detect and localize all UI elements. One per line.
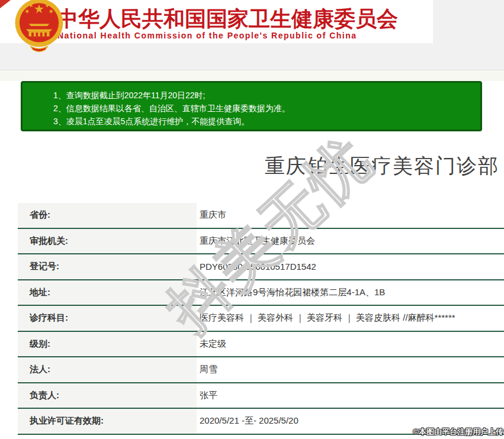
row-value: 医疗美容科 ｜ 美容外科 ｜ 美容牙科 ｜ 美容皮肤科 //麻醉科****** (197, 306, 504, 331)
row-label: 法人: (18, 357, 197, 382)
row-label: 负责人: (18, 383, 197, 408)
notice-box: 1、查询数据截止到2022年11月20日22时; 2、信息数据结果以各省、自治区… (21, 81, 482, 131)
notice-line: 1、查询数据截止到2022年11月20日22时; (53, 89, 474, 102)
notice-line: 2、信息数据结果以各省、自治区、直辖市卫生健康委数据为准。 (53, 102, 474, 115)
table-row: 诊疗科目: 医疗美容科 ｜ 美容外科 ｜ 美容牙科 ｜ 美容皮肤科 //麻醉科*… (18, 306, 504, 332)
row-label: 级别: (18, 332, 197, 357)
row-label: 地址: (18, 280, 197, 305)
row-label: 审批机关: (18, 229, 197, 254)
row-value: 张平 (197, 383, 504, 408)
china-national-emblem-icon (12, 0, 66, 54)
sub-strip (0, 71, 504, 81)
row-value: 周雪 (197, 357, 504, 382)
table-row: 审批机关: 重庆市江北区卫生健康委员会 (18, 229, 504, 255)
institution-info-table: 省份: 重庆市 审批机关: 重庆市江北区卫生健康委员会 登记号: PDY6028… (18, 203, 504, 435)
header-title-chinese: 中华人民共和国国家卫生健康委员会 (57, 5, 398, 34)
header-title-english: National Health Commission of the People… (57, 31, 357, 40)
row-label: 诊疗科目: (18, 306, 197, 331)
table-row: 登记号: PDY60280-350010517D1542 (18, 254, 504, 280)
row-label: 执业许可证有效期: (18, 409, 197, 434)
row-label: 登记号: (18, 254, 197, 279)
row-value: 未定级 (197, 332, 504, 357)
institution-name-title: 重庆铂生医疗美容门诊部 (265, 153, 499, 180)
uploaded-by-user-badge: ©本图由平台注册用户上传 (413, 427, 503, 437)
nhc-query-result-page: 中华人民共和国国家卫生健康委员会 National Health Commiss… (0, 0, 504, 439)
row-value: 江北区洋河路9号海怡花园裙楼第二层4-1A、1B (197, 280, 504, 305)
table-row: 地址: 江北区洋河路9号海怡花园裙楼第二层4-1A、1B (18, 280, 504, 306)
row-value: 重庆市江北区卫生健康委员会 (197, 229, 504, 254)
row-value: PDY60280-350010517D1542 (197, 254, 504, 279)
table-row: 法人: 周雪 (18, 357, 504, 383)
corner-fold-decoration (0, 0, 11, 8)
notice-line: 3、凌晨1点至凌晨5点系统进行维护，不能提供查询。 (53, 115, 474, 128)
table-row: 级别: 未定级 (18, 332, 504, 358)
row-label: 省份: (18, 203, 197, 228)
table-row: 省份: 重庆市 (18, 203, 504, 229)
table-row: 负责人: 张平 (18, 383, 504, 409)
row-value: 重庆市 (197, 203, 504, 228)
